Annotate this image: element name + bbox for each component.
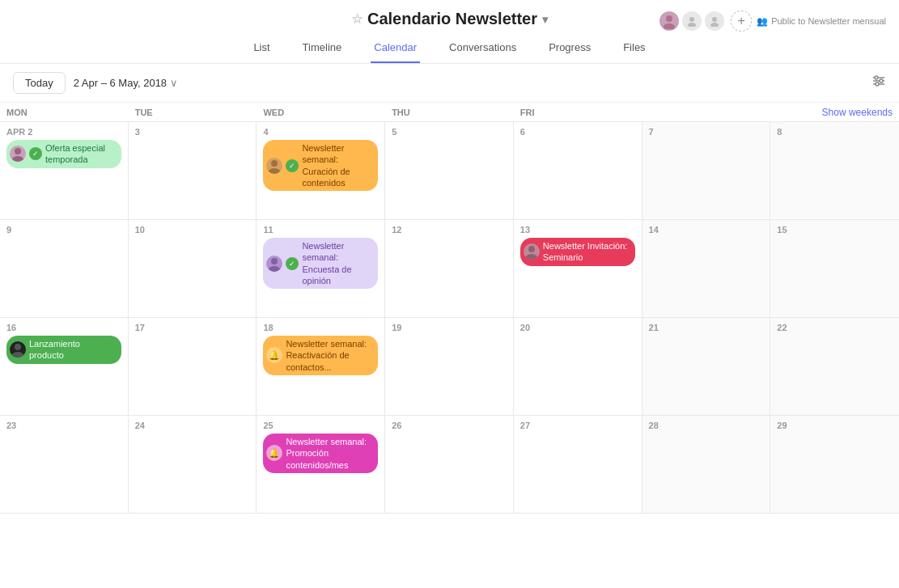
- tab-files[interactable]: Files: [620, 35, 648, 63]
- day-apr6: 6: [514, 122, 642, 219]
- day-15: 15: [770, 220, 899, 317]
- event-avatar-25: 🔔: [266, 445, 282, 461]
- event-text: Oferta especial temporada: [45, 142, 115, 166]
- svg-point-11: [876, 82, 879, 86]
- day-20: 20: [514, 318, 642, 415]
- show-weekends-cell: Show weekends: [770, 103, 899, 121]
- today-button[interactable]: Today: [13, 72, 66, 94]
- day-26: 26: [385, 416, 514, 513]
- avatar-placeholder-1: [681, 10, 703, 32]
- event-text-4: Newsletter semanal: Curación de contenid…: [302, 142, 371, 188]
- day-number-4: 4: [263, 127, 378, 137]
- day-header-mon: MON: [0, 103, 129, 121]
- day-24: 24: [129, 416, 257, 513]
- event-newsletter-18[interactable]: 🔔 Newsletter semanal: Reactivación de co…: [263, 336, 378, 375]
- avatar: [658, 10, 681, 32]
- event-newsletter-4[interactable]: ✓ Newsletter semanal: Curación de conten…: [263, 140, 378, 191]
- week-row-2: 9 10 11 ✓ Newsletter semanal: Encuesta d…: [0, 220, 899, 318]
- day-header-wed: WED: [257, 103, 385, 121]
- add-member-button[interactable]: +: [731, 11, 752, 32]
- svg-point-14: [271, 160, 278, 167]
- event-newsletter-25[interactable]: 🔔 Newsletter semanal: Promoción contenid…: [263, 434, 378, 473]
- day-number-5: 5: [392, 127, 507, 137]
- day-apr7: 7: [642, 122, 771, 219]
- week-row-3: 16 Lanzamiento producto 17 18 🔔 Newslett…: [0, 318, 899, 416]
- calendar-grid: Apr 2 ✓ Oferta especial temporada 3 4 ✓ …: [0, 122, 899, 514]
- event-avatar-4: [266, 158, 282, 174]
- svg-point-18: [528, 246, 535, 252]
- day-apr5: 5: [385, 122, 514, 219]
- day-16: 16 Lanzamiento producto: [0, 318, 129, 415]
- tab-calendar[interactable]: Calendar: [371, 35, 420, 63]
- day-label-mon: Apr 2: [6, 127, 121, 137]
- event-text-18: Newsletter semanal: Reactivación de cont…: [286, 338, 371, 373]
- date-range-caret-icon: ∨: [170, 77, 178, 89]
- day-21: 21: [642, 318, 771, 415]
- title-text: Calendario Newsletter: [367, 10, 537, 28]
- svg-point-2: [689, 17, 694, 22]
- day-14: 14: [642, 220, 771, 317]
- svg-point-15: [269, 168, 280, 174]
- svg-point-10: [880, 79, 883, 82]
- week-row-1: Apr 2 ✓ Oferta especial temporada 3 4 ✓ …: [0, 122, 899, 220]
- event-text-25: Newsletter semanal: Promoción contenidos…: [286, 436, 371, 471]
- tab-timeline[interactable]: Timeline: [299, 35, 346, 63]
- day-28: 28: [642, 416, 771, 513]
- page-title: ☆ Calendario Newsletter ▾: [351, 10, 548, 28]
- show-weekends-link[interactable]: Show weekends: [822, 107, 893, 118]
- day-17: 17: [129, 318, 257, 415]
- week-row-4: 23 24 25 🔔 Newsletter semanal: Promoción…: [0, 416, 899, 514]
- day-27: 27: [514, 416, 642, 513]
- svg-point-16: [271, 258, 278, 264]
- svg-point-12: [15, 148, 21, 154]
- day-18: 18 🔔 Newsletter semanal: Reactivación de…: [257, 318, 385, 415]
- svg-point-0: [666, 15, 672, 22]
- day-apr2: Apr 2 ✓ Oferta especial temporada: [0, 122, 129, 219]
- header-right: + 👥 Public to Newsletter mensual: [658, 10, 886, 32]
- day-25: 25 🔔 Newsletter semanal: Promoción conte…: [257, 416, 385, 513]
- calendar-toolbar: Today 2 Apr – 6 May, 2018 ∨: [0, 64, 899, 103]
- day-number-8: 8: [777, 127, 893, 137]
- svg-point-19: [526, 254, 537, 260]
- date-range-selector[interactable]: 2 Apr – 6 May, 2018 ∨: [74, 77, 178, 89]
- day-10: 10: [129, 220, 257, 317]
- tab-list[interactable]: List: [250, 35, 273, 63]
- day-apr4: 4 ✓ Newsletter semanal: Curación de cont…: [257, 122, 385, 219]
- day-number-6: 6: [520, 127, 635, 137]
- svg-point-4: [712, 17, 717, 22]
- tab-conversations[interactable]: Conversations: [446, 35, 519, 63]
- nav-tabs: List Timeline Calendar Conversations Pro…: [0, 35, 899, 63]
- event-newsletter-11[interactable]: ✓ Newsletter semanal: Encuesta de opinió…: [263, 238, 378, 289]
- svg-point-21: [12, 352, 23, 357]
- avatar-group: [658, 10, 726, 32]
- day-number-3: 3: [135, 127, 250, 137]
- svg-point-17: [269, 266, 280, 272]
- filter-button[interactable]: [871, 74, 886, 92]
- event-avatar-11: [266, 256, 282, 272]
- chevron-down-icon[interactable]: ▾: [542, 13, 548, 26]
- event-check-icon: ✓: [29, 147, 42, 160]
- event-text-11: Newsletter semanal: Encuesta de opinión: [302, 240, 371, 286]
- day-headers: MON TUE WED THU FRI Show weekends: [0, 103, 899, 122]
- day-header-fri: FRI: [514, 103, 642, 121]
- svg-point-3: [688, 23, 696, 27]
- day-29: 29: [770, 416, 899, 513]
- event-check-icon-11: ✓: [286, 257, 299, 270]
- event-text-16: Lanzamiento producto: [29, 338, 115, 362]
- page-header: ☆ Calendario Newsletter ▾: [0, 0, 899, 64]
- day-11: 11 ✓ Newsletter semanal: Encuesta de opi…: [257, 220, 385, 317]
- star-icon[interactable]: ☆: [351, 11, 363, 27]
- day-12: 12: [385, 220, 514, 317]
- day-22: 22: [770, 318, 899, 415]
- event-newsletter-13[interactable]: Newsletter Invitación: Seminario: [520, 238, 635, 266]
- tab-progress[interactable]: Progress: [545, 35, 594, 63]
- event-avatar-18: 🔔: [266, 347, 282, 363]
- day-13: 13 Newsletter Invitación: Seminario: [514, 220, 642, 317]
- person-icon: 👥: [757, 16, 768, 27]
- event-lanzamiento[interactable]: Lanzamiento producto: [6, 336, 121, 364]
- day-23: 23: [0, 416, 129, 513]
- event-oferta[interactable]: ✓ Oferta especial temporada: [6, 140, 121, 168]
- day-apr8: 8: [770, 122, 899, 219]
- day-number-7: 7: [649, 127, 764, 137]
- date-range-text: 2 Apr – 6 May, 2018: [74, 77, 167, 89]
